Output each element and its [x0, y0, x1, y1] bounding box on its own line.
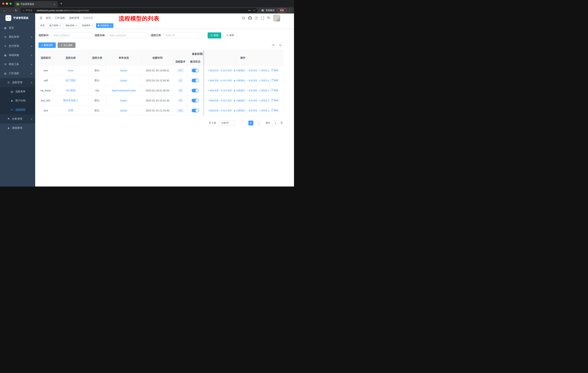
- row-action-modify-process[interactable]: ✎修改流程: [208, 109, 219, 112]
- row-action-delete[interactable]: 删除: [271, 89, 278, 92]
- row-action-assign-rule[interactable]: ♟分配规则: [233, 79, 245, 82]
- row-action-modify-process[interactable]: ✎修改流程: [208, 99, 219, 102]
- row-action-modify-process[interactable]: ✎修改流程: [208, 69, 219, 72]
- row-action-assign-rule[interactable]: ♟分配规则: [233, 89, 245, 92]
- row-action-publish-process[interactable]: ☝发布流程: [247, 89, 257, 92]
- row-action-design-process[interactable]: ⚙设计流程: [220, 69, 232, 72]
- tab-close-icon[interactable]: ×: [53, 3, 56, 6]
- fullscreen-icon[interactable]: [261, 17, 264, 20]
- create-process-button[interactable]: + 新建流程: [38, 42, 56, 48]
- sidebar-item-home[interactable]: ▦首页: [0, 23, 35, 32]
- sidebar-item-leave-query[interactable]: ♟请假查询: [0, 123, 35, 133]
- next-page-button[interactable]: ›: [256, 121, 261, 125]
- row-action-publish-process[interactable]: ☝发布流程: [247, 69, 257, 72]
- tag-process-form[interactable]: 流程表单×: [80, 23, 95, 28]
- sidebar-item-task-management[interactable]: ⚑任务管理∨: [0, 114, 35, 123]
- process-name-input[interactable]: [107, 32, 148, 39]
- process-name-link[interactable]: 滔博: [68, 109, 73, 112]
- process-name-link[interactable]: eeee: [68, 69, 74, 72]
- reload-icon[interactable]: ↻: [13, 9, 19, 12]
- tag-home[interactable]: 首页: [38, 23, 46, 28]
- row-action-process-definition[interactable]: ≡流程定义: [259, 99, 270, 102]
- avatar[interactable]: [273, 15, 280, 21]
- row-action-delete[interactable]: 删除: [271, 69, 278, 72]
- sidebar-item-process-management[interactable]: ☰流程管理∧: [0, 78, 35, 87]
- row-action-assign-rule[interactable]: ♟分配规则: [233, 99, 245, 102]
- tag-tenant[interactable]: 租户管理×: [48, 23, 63, 28]
- back-icon[interactable]: ←: [2, 9, 7, 12]
- sidebar-item-payment-management[interactable]: ¥支付管理∨: [0, 41, 35, 51]
- row-action-design-process[interactable]: ⚙设计流程: [220, 109, 232, 112]
- row-action-publish-process[interactable]: ☝发布流程: [247, 109, 257, 112]
- close-window-button[interactable]: [2, 2, 4, 5]
- active-toggle[interactable]: [192, 69, 199, 72]
- row-action-process-definition[interactable]: ≡流程定义: [259, 109, 270, 112]
- process-key-input[interactable]: [51, 32, 92, 39]
- import-process-button[interactable]: ↥ 导入流程: [58, 42, 75, 48]
- refresh-table-button[interactable]: ↻: [278, 43, 283, 48]
- github-icon[interactable]: [248, 16, 252, 20]
- browser-menu-icon[interactable]: ⋮: [287, 9, 292, 12]
- form-info-link[interactable]: biubiu: [120, 99, 127, 102]
- form-info-link[interactable]: /bpm/oa/leave/create: [112, 89, 136, 92]
- breadcrumb-item-home[interactable]: 首页: [46, 16, 51, 20]
- row-action-assign-rule[interactable]: ♟分配规则: [233, 69, 245, 72]
- active-toggle[interactable]: [192, 89, 199, 92]
- row-action-modify-process[interactable]: ✎修改流程: [208, 89, 219, 92]
- active-toggle[interactable]: [192, 99, 199, 102]
- category-select[interactable]: 流程分类 ∨: [163, 32, 205, 39]
- breadcrumb-item-workflow[interactable]: 工作流程: [55, 16, 65, 20]
- row-action-process-definition[interactable]: ≡流程定义: [259, 89, 270, 92]
- row-action-publish-process[interactable]: ☝发布流程: [247, 79, 257, 82]
- row-action-modify-process[interactable]: ✎修改流程: [208, 79, 219, 82]
- active-toggle[interactable]: [192, 79, 199, 82]
- page-1-button[interactable]: 1: [248, 121, 253, 125]
- process-name-link[interactable]: OA 请假: [66, 89, 75, 92]
- update-button[interactable]: 更新: [277, 8, 287, 13]
- form-info-link[interactable]: biubiu: [120, 79, 127, 82]
- breadcrumb-item-process-management[interactable]: 流程管理: [69, 16, 79, 20]
- row-action-process-definition[interactable]: ≡流程定义: [259, 69, 270, 72]
- new-tab-button[interactable]: +: [60, 2, 62, 6]
- process-name-link[interactable]: 测试多审批人: [63, 99, 78, 102]
- form-info-link[interactable]: biubiu: [120, 109, 127, 112]
- row-action-design-process[interactable]: ⚙设计流程: [220, 79, 232, 82]
- sidebar-item-system-management[interactable]: ⚙系统管理∨: [0, 32, 35, 41]
- search-button[interactable]: 搜索: [208, 32, 221, 39]
- row-action-design-process[interactable]: ⚙设计流程: [220, 99, 232, 102]
- search-icon[interactable]: [242, 16, 245, 20]
- address-bar[interactable]: ⚠ 不安全 dashboard.yudao.iocoder.cn/bpm/man…: [21, 8, 258, 13]
- font-size-icon[interactable]: TT: [267, 17, 270, 20]
- forward-icon[interactable]: →: [8, 9, 13, 12]
- zoom-window-button[interactable]: [10, 2, 12, 5]
- row-action-delete[interactable]: 删除: [271, 109, 278, 112]
- row-action-publish-process[interactable]: ☝发布流程: [247, 99, 257, 102]
- tag-close-icon[interactable]: ×: [59, 24, 61, 27]
- tag-process-model[interactable]: 流程模型×: [96, 23, 114, 28]
- sidebar-item-process-form[interactable]: ▤流程表单: [0, 87, 35, 96]
- row-action-delete[interactable]: 删除: [271, 99, 278, 102]
- row-action-assign-rule[interactable]: ♟分配规则: [233, 109, 245, 112]
- toggle-search-button[interactable]: [271, 43, 276, 48]
- row-action-delete[interactable]: 删除: [271, 79, 278, 82]
- row-action-process-definition[interactable]: ≡流程定义: [259, 79, 270, 82]
- tag-my-process[interactable]: 我的流程×: [64, 23, 79, 28]
- goto-page-input[interactable]: [272, 120, 279, 125]
- page-size-select[interactable]: 10条/页 ∨: [220, 120, 236, 125]
- help-icon[interactable]: ?: [255, 17, 258, 20]
- key-icon[interactable]: [248, 9, 251, 12]
- sidebar-item-user-group[interactable]: ☻用户分组: [0, 96, 35, 105]
- collapse-sidebar-icon[interactable]: ☰: [40, 16, 42, 20]
- bookmark-star-icon[interactable]: ☆: [253, 9, 255, 12]
- sidebar-item-infrastructure[interactable]: ▣基础设施∨: [0, 51, 35, 60]
- form-info-link[interactable]: biubiu: [120, 69, 127, 72]
- active-toggle[interactable]: [192, 109, 199, 112]
- sidebar-item-dev-tools[interactable]: ⚒研发工具∨: [0, 60, 35, 69]
- browser-tab[interactable]: 芋道管理系统 ×: [14, 1, 58, 7]
- sidebar-item-workflow[interactable]: ▥工作流程∧: [0, 69, 35, 78]
- prev-page-button[interactable]: ‹: [241, 121, 246, 125]
- reset-button[interactable]: ↻ 重置: [223, 32, 237, 39]
- row-action-design-process[interactable]: ⚙设计流程: [220, 89, 232, 92]
- tag-close-icon[interactable]: ×: [110, 24, 112, 27]
- sidebar-item-process-model[interactable]: ✈流程模型: [0, 105, 35, 114]
